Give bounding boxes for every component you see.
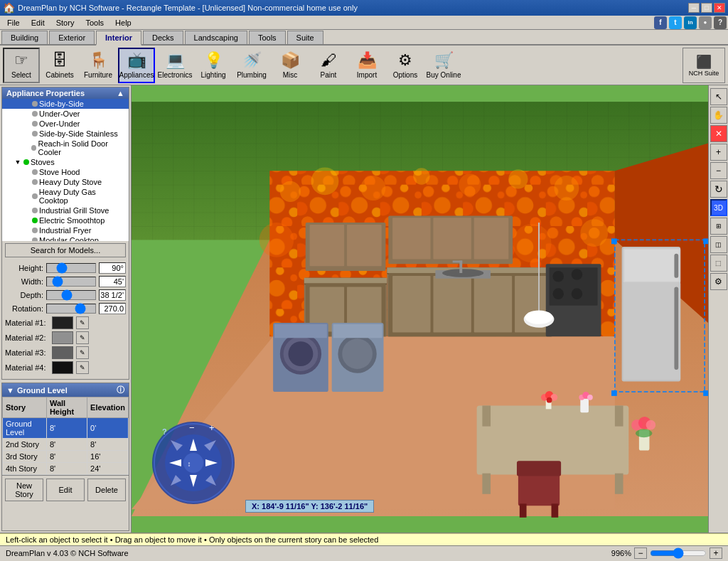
col-story: Story: [3, 397, 47, 418]
tab-tools[interactable]: Tools: [249, 31, 286, 44]
tab-suite[interactable]: Suite: [287, 31, 323, 44]
zoom-in-button[interactable]: +: [710, 144, 727, 161]
material2-swatch[interactable]: [52, 331, 73, 344]
import-tool-button[interactable]: 📥 Import: [348, 48, 385, 83]
minimize-button[interactable]: ─: [688, 3, 700, 13]
lighting-tool-button[interactable]: 💡 Lighting: [195, 48, 232, 83]
view-side-button[interactable]: ⬚: [710, 255, 727, 272]
tab-decks[interactable]: Decks: [143, 31, 183, 44]
twitter-icon[interactable]: t: [669, 16, 682, 29]
3d-viewport[interactable]: ? − + ↕ X: 184'-9 11/16" Y: 136'-2 11/16…: [132, 85, 708, 533]
nch-suite-button[interactable]: ⬛ NCH Suite: [682, 48, 725, 83]
search-models-button[interactable]: Search for Models...: [5, 243, 126, 257]
depth-slider[interactable]: [46, 290, 96, 300]
width-slider[interactable]: [46, 277, 96, 287]
appliance-panel-collapse[interactable]: ▲: [117, 89, 124, 97]
height-value[interactable]: [99, 262, 126, 274]
svg-rect-38: [433, 276, 471, 333]
paint-tool-button[interactable]: 🖌 Paint: [310, 48, 347, 83]
misc-tool-button[interactable]: 📦 Misc: [272, 48, 309, 83]
depth-value[interactable]: [99, 289, 126, 301]
height-slider[interactable]: [46, 263, 96, 273]
material4-swatch[interactable]: [52, 361, 73, 374]
material1-row: Material #1: ✎: [5, 316, 126, 329]
pan-tool-button[interactable]: ✋: [710, 107, 727, 124]
material2-edit-button[interactable]: ✎: [76, 331, 89, 344]
tab-building[interactable]: Building: [1, 31, 48, 44]
material1-swatch[interactable]: [52, 316, 73, 329]
view-top-button[interactable]: ⊞: [710, 218, 727, 235]
table-row[interactable]: Ground Level 8' 0': [3, 418, 129, 439]
material4-edit-button[interactable]: ✎: [76, 361, 89, 374]
svg-rect-66: [703, 390, 708, 396]
navigation-widget[interactable]: ? − + ↕: [149, 419, 238, 508]
zoom-slider[interactable]: [650, 549, 707, 557]
options-tool-button[interactable]: ⚙ Options: [387, 48, 424, 83]
tab-exterior[interactable]: Exterior: [49, 31, 95, 44]
delete-tool-button[interactable]: ✕: [710, 125, 727, 142]
tree-item-heavy-duty-gas[interactable]: Heavy Duty Gas Cooktop: [2, 187, 129, 205]
tree-item-side-by-side-stainless[interactable]: Side-by-Side Stainless: [2, 129, 129, 139]
menu-edit[interactable]: Edit: [26, 16, 50, 29]
svg-point-72: [288, 341, 313, 366]
edit-story-button[interactable]: Edit: [46, 479, 85, 501]
tab-landscaping[interactable]: Landscaping: [185, 31, 247, 44]
tree-item-modular-cooktop[interactable]: Modular Cooktop: [2, 235, 129, 241]
electronics-tool-button[interactable]: 💻 Electronics: [156, 48, 193, 83]
tree-item-electric-smoothtop[interactable]: Electric Smoothtop: [2, 215, 129, 225]
zoom-out-button[interactable]: −: [710, 162, 727, 179]
material3-swatch[interactable]: [52, 346, 73, 359]
menu-tools[interactable]: Tools: [80, 16, 109, 29]
zoom-out-status-button[interactable]: −: [634, 547, 647, 559]
help-icon[interactable]: ?: [714, 16, 727, 29]
tree-item-under-over[interactable]: Under-Over: [2, 109, 129, 119]
buy-online-tool-button[interactable]: 🛒 Buy Online: [425, 48, 462, 83]
misc-icon: 📦: [281, 51, 300, 70]
svg-rect-83: [615, 474, 623, 494]
select-tool-button[interactable]: ☞ Select: [3, 48, 40, 83]
more-icon[interactable]: ●: [699, 16, 712, 29]
menu-help[interactable]: Help: [109, 16, 137, 29]
table-row[interactable]: 2nd Story 8' 8': [3, 439, 129, 451]
menu-file[interactable]: File: [1, 16, 26, 29]
tree-item-stove-hood[interactable]: Stove Hood: [2, 167, 129, 177]
view-front-button[interactable]: ◫: [710, 236, 727, 253]
delete-story-button[interactable]: Delete: [87, 479, 126, 501]
tree-item-industrial-grill[interactable]: Industrial Grill Stove: [2, 205, 129, 215]
material1-edit-button[interactable]: ✎: [76, 316, 89, 329]
appliance-tree[interactable]: Side-by-Side Under-Over Over-Under Side-…: [2, 99, 129, 241]
view-3d-button[interactable]: 3D: [710, 199, 727, 216]
tree-item-industrial-fryer[interactable]: Industrial Fryer: [2, 225, 129, 235]
maximize-button[interactable]: □: [701, 3, 712, 13]
table-row[interactable]: 3rd Story 8' 16': [3, 451, 129, 463]
tree-item-over-under[interactable]: Over-Under: [2, 119, 129, 129]
tree-dot: [32, 179, 38, 185]
tree-item-stoves[interactable]: ▼ Stoves: [2, 157, 129, 167]
rotate-button[interactable]: ↻: [710, 181, 727, 198]
furniture-tool-button[interactable]: 🪑 Furniture: [80, 48, 117, 83]
rotation-slider[interactable]: [46, 304, 96, 314]
menu-story[interactable]: Story: [50, 16, 80, 29]
tab-interior[interactable]: Interior: [96, 31, 141, 46]
tree-item-side-by-side[interactable]: Side-by-Side: [2, 99, 129, 109]
table-row[interactable]: 4th Story 8' 24': [3, 463, 129, 475]
tree-item-heavy-duty-stove[interactable]: Heavy Duty Stove: [2, 177, 129, 187]
tree-dot: [32, 208, 38, 213]
bottom-area: Left-click an object to select it • Drag…: [0, 533, 728, 560]
linkedin-icon[interactable]: in: [684, 16, 697, 29]
settings-button[interactable]: ⚙: [710, 273, 727, 290]
width-value[interactable]: [99, 276, 126, 287]
new-story-button[interactable]: New Story: [5, 479, 43, 501]
tree-dot: [32, 193, 38, 199]
material3-edit-button[interactable]: ✎: [76, 346, 89, 359]
zoom-in-status-button[interactable]: +: [710, 547, 722, 559]
appliances-tool-button[interactable]: 📺 Appliances: [118, 48, 155, 83]
ground-panel-info[interactable]: ⓘ: [117, 385, 124, 395]
plumbing-tool-button[interactable]: 🚿 Plumbing: [233, 48, 270, 83]
cursor-tool-button[interactable]: ↖: [710, 88, 727, 105]
tree-item-reach-in[interactable]: Reach-in Solid Door Cooler: [2, 139, 129, 157]
close-button[interactable]: ✕: [714, 3, 725, 13]
rotation-value[interactable]: [99, 303, 126, 314]
facebook-icon[interactable]: f: [654, 16, 667, 29]
cabinets-tool-button[interactable]: 🗄 Cabinets: [41, 48, 78, 83]
